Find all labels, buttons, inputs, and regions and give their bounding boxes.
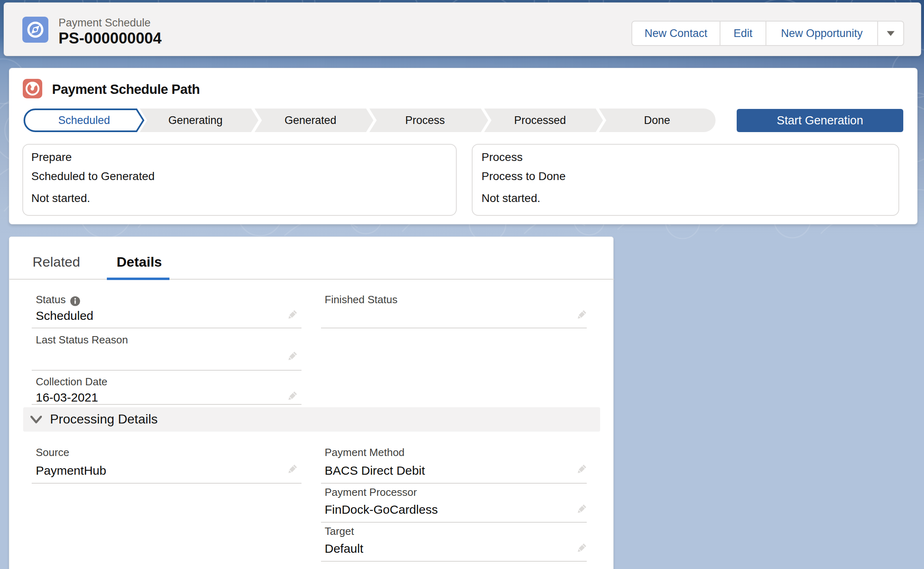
svg-text:Done: Done (644, 114, 670, 126)
svg-text:Scheduled: Scheduled (58, 114, 110, 126)
svg-text:Processed: Processed (514, 114, 566, 126)
svg-text:Process: Process (405, 114, 445, 126)
svg-text:Generated: Generated (284, 114, 336, 126)
svg-text:Generating: Generating (168, 114, 223, 126)
